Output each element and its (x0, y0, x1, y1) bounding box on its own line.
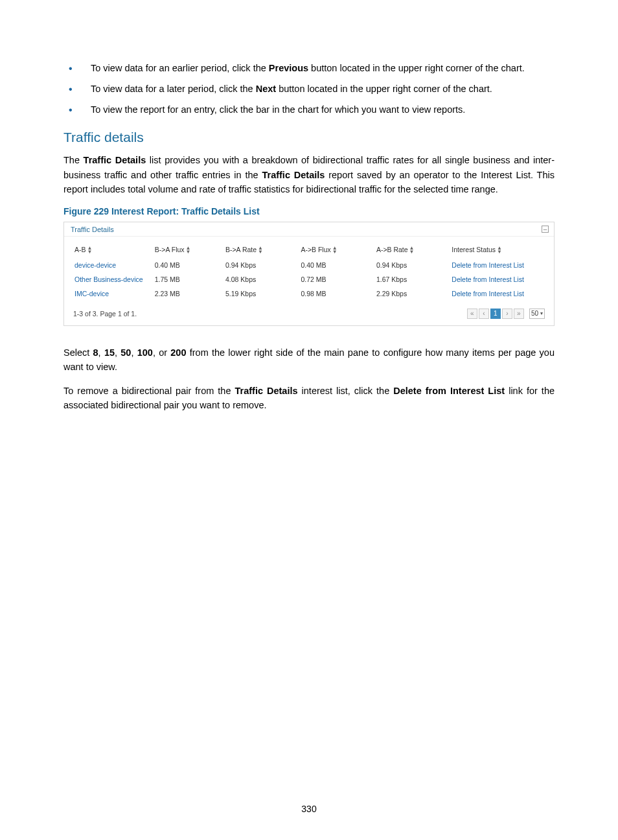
paginator: « ‹ 1 › » 50 ▾ (467, 309, 545, 319)
chevron-down-icon: ▾ (540, 310, 543, 316)
ab-link[interactable]: device-device (74, 261, 116, 269)
table-header-row: A-B▲▼ B->A Flux▲▼ B->A Rate▲▼ A->B Flux▲… (73, 242, 545, 258)
traffic-details-table: A-B▲▼ B->A Flux▲▼ B->A Rate▲▼ A->B Flux▲… (73, 242, 545, 301)
bullet-item: To view data for a later period, click t… (63, 82, 555, 97)
text: To view data for an earlier period, clic… (91, 63, 269, 73)
sort-icon: ▲▼ (497, 246, 502, 254)
text: , or (153, 347, 170, 358)
cell-ba-flux: 0.40 MB (154, 258, 224, 272)
cell-ab-rate: 1.67 Kbps (375, 272, 450, 286)
delete-link[interactable]: Delete from Interest List (452, 275, 523, 283)
collapse-icon[interactable]: – (542, 226, 549, 233)
cell-ba-rate: 5.19 Kbps (224, 286, 299, 301)
col-header-ab-rate[interactable]: A->B Rate▲▼ (375, 242, 450, 258)
text: To view the report for an entry, click t… (91, 104, 465, 115)
text-bold: Previous (269, 63, 308, 73)
bullet-item: To view the report for an entry, click t… (63, 103, 555, 117)
table-row: device-device 0.40 MB 0.94 Kbps 0.40 MB … (73, 258, 545, 272)
pager-first-button[interactable]: « (467, 309, 477, 319)
text: Select (63, 347, 93, 358)
cell-ba-rate: 4.08 Kbps (224, 272, 299, 286)
body-paragraph: The Traffic Details list provides you wi… (63, 153, 555, 196)
body-paragraph: To remove a bidirectional pair from the … (63, 384, 555, 413)
text: , (131, 347, 137, 358)
col-header-ba-flux[interactable]: B->A Flux▲▼ (154, 242, 224, 258)
table-row: Other Business-device 1.75 MB 4.08 Kbps … (73, 272, 545, 286)
pager-last-button[interactable]: » (514, 309, 524, 319)
text: To view data for a later period, click t… (91, 84, 256, 94)
page-size-selector[interactable]: 50 ▾ (529, 309, 545, 319)
page-size-value: 50 (531, 310, 538, 317)
text: , (115, 347, 120, 358)
cell-ba-flux: 1.75 MB (154, 272, 224, 286)
page-number: 330 (0, 804, 618, 814)
col-header-ba-rate[interactable]: B->A Rate▲▼ (224, 242, 299, 258)
text-bold: Delete from Interest List (393, 386, 505, 396)
instruction-bullet-list: To view data for an earlier period, clic… (63, 62, 555, 117)
col-header-ab-flux[interactable]: A->B Flux▲▼ (299, 242, 374, 258)
body-paragraph: Select 8, 15, 50, 100, or 200 from the l… (63, 345, 555, 375)
text: interest list, click the (298, 386, 394, 396)
sort-icon: ▲▼ (186, 246, 191, 254)
pager-prev-button[interactable]: ‹ (479, 309, 489, 319)
panel-title: Traffic Details (71, 226, 114, 233)
text-bold: 50 (120, 347, 131, 358)
col-header-ab[interactable]: A-B▲▼ (73, 242, 154, 258)
ab-link[interactable]: Other Business-device (74, 275, 143, 283)
cell-ab-flux: 0.98 MB (299, 286, 374, 301)
text-bold: 200 (170, 347, 186, 358)
bullet-item: To view data for an earlier period, clic… (63, 62, 555, 76)
sort-icon: ▲▼ (87, 246, 93, 254)
cell-ba-flux: 2.23 MB (154, 286, 224, 301)
panel-titlebar: Traffic Details – (64, 222, 554, 237)
traffic-details-panel: Traffic Details – A-B▲▼ B->A Flux▲▼ B->A… (63, 222, 555, 326)
cell-ab-rate: 2.29 Kbps (375, 286, 450, 301)
figure-caption: Figure 229 Interest Report: Traffic Deta… (63, 206, 555, 216)
pagination-range: 1-3 of 3. Page 1 of 1. (73, 310, 137, 318)
text-bold: Next (256, 84, 276, 94)
text: The (63, 155, 84, 165)
delete-link[interactable]: Delete from Interest List (452, 261, 523, 269)
col-header-interest-status[interactable]: Interest Status▲▼ (450, 242, 545, 258)
sort-icon: ▲▼ (409, 246, 415, 254)
cell-ab-flux: 0.40 MB (299, 258, 374, 272)
sort-icon: ▲▼ (332, 246, 338, 254)
text: , (98, 347, 104, 358)
pager-next-button[interactable]: › (502, 309, 512, 319)
text-bold: 100 (137, 347, 153, 358)
pager-current-page[interactable]: 1 (490, 309, 501, 319)
text-bold: 15 (104, 347, 115, 358)
text-bold: Traffic Details (235, 386, 297, 396)
panel-footer: 1-3 of 3. Page 1 of 1. « ‹ 1 › » 50 ▾ (64, 306, 554, 325)
text-bold: Traffic Details (262, 170, 325, 180)
sort-icon: ▲▼ (258, 246, 263, 254)
text-bold: Traffic Details (84, 155, 146, 165)
cell-ba-rate: 0.94 Kbps (224, 258, 299, 272)
section-heading: Traffic details (63, 130, 555, 145)
text: button located in the upper right corner… (308, 63, 525, 73)
text: To remove a bidirectional pair from the (63, 386, 235, 396)
ab-link[interactable]: IMC-device (74, 290, 109, 298)
delete-link[interactable]: Delete from Interest List (452, 290, 523, 298)
text-bold: 8 (93, 347, 98, 358)
text: button located in the upper right corner… (276, 84, 492, 94)
cell-ab-rate: 0.94 Kbps (375, 258, 450, 272)
table-row: IMC-device 2.23 MB 5.19 Kbps 0.98 MB 2.2… (73, 286, 545, 301)
cell-ab-flux: 0.72 MB (299, 272, 374, 286)
